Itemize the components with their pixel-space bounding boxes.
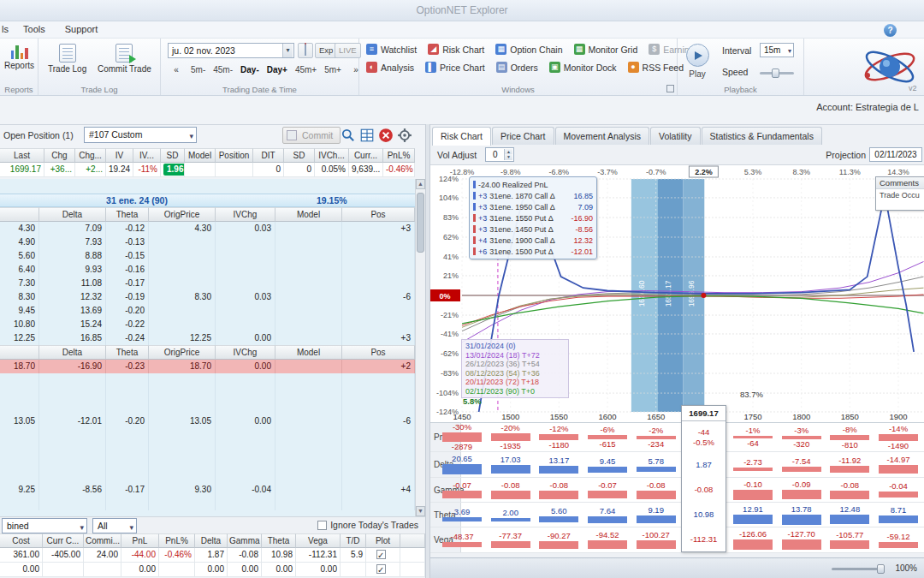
summary-col-ivch-10[interactable]: IVCh... — [315, 148, 349, 163]
option-row[interactable] — [0, 401, 415, 414]
summary-col-dit-8[interactable]: DIT — [253, 148, 284, 163]
trading-date-input[interactable]: ju. 02 nov. 2023 ▾ — [168, 43, 294, 58]
expiry-header[interactable]: 31 ene. 24 (90) 19.15% — [0, 194, 415, 207]
commit-button[interactable]: Commit — [282, 127, 341, 144]
time-nav-5m-1[interactable]: 5m- — [187, 63, 209, 77]
option-col-delta[interactable]: Delta — [39, 207, 106, 222]
close-position-icon[interactable] — [378, 128, 394, 143]
time-nav-day-3[interactable]: Day- — [237, 63, 263, 77]
scroll-down-icon[interactable]: ▼ — [416, 506, 425, 516]
summary-col-iv-3[interactable]: IV — [106, 148, 133, 163]
summary-col-curr-11[interactable]: Curr... — [349, 148, 383, 163]
totals-col-t-d[interactable]: T/D — [341, 533, 366, 548]
chart-legend[interactable]: 31/01/2024 (0)13/01/2024 (18) T+7226/12/… — [461, 339, 569, 398]
risk-chart[interactable]: 1624.601651.171699.96124%104%83%62%41%21… — [430, 165, 924, 422]
summary-table-row[interactable]: 1699.17+36...+2...19.24-11%1.96000.05%9,… — [0, 163, 415, 177]
scope-select[interactable]: All — [92, 518, 137, 533]
legend-item[interactable]: 31/01/2024 (0) — [465, 342, 565, 351]
legend-item[interactable]: 26/12/2023 (36) T+54 — [465, 360, 565, 369]
tab-price-chart[interactable]: Price Chart — [492, 127, 554, 145]
legend-item[interactable]: 20/11/2023 (72) T+18 — [465, 378, 565, 387]
tab-risk-chart[interactable]: Risk Chart — [432, 127, 491, 146]
summary-col-pnl-12[interactable]: PnL% — [383, 148, 415, 163]
play-button[interactable] — [686, 44, 709, 67]
summary-col-model-6[interactable]: Model — [185, 148, 216, 163]
option-row[interactable] — [0, 373, 415, 387]
comments-box[interactable]: Comments Trade Occu — [875, 176, 924, 211]
summary-col-position-7[interactable]: Position — [216, 148, 253, 163]
summary-col-sd-9[interactable]: SD — [284, 148, 315, 163]
menu-item-partial[interactable]: ls — [0, 21, 12, 38]
menu-item-support[interactable]: Support — [56, 21, 107, 38]
search-icon[interactable] — [341, 128, 356, 143]
option-col-origprice[interactable]: OrigPrice — [149, 345, 216, 360]
scrollbar-thumb[interactable] — [417, 193, 424, 253]
option-row[interactable]: 8.3012.32-0.198.300.03-6 — [0, 290, 415, 304]
totals-col-pnl[interactable]: PnL% — [159, 533, 195, 548]
speed-slider[interactable] — [760, 72, 794, 74]
totals-col-gamma[interactable]: Gamma — [228, 533, 262, 548]
windows-button-monitor-dock[interactable]: ▣Monitor Dock — [549, 62, 617, 73]
summary-col-chg-2[interactable]: Chg... — [75, 148, 106, 163]
option-row[interactable]: 9.25-8.56-0.179.30-0.04+4 — [0, 483, 415, 497]
windows-button-rss-feed[interactable]: ●RSS Feed — [628, 62, 684, 73]
interval-select[interactable]: 15m — [760, 43, 794, 57]
option-row[interactable]: 12.2516.85-0.2412.250.00+3 — [0, 331, 415, 345]
menu-item-tools[interactable]: Tools — [15, 21, 54, 38]
totals-col-commi[interactable]: Commi... — [84, 533, 121, 548]
trade-log-button[interactable]: Trade Log — [45, 42, 89, 75]
title-bar[interactable]: OptionNET Explorer — [0, 0, 924, 21]
tab-statistics-fundamentals[interactable]: Statistics & Fundamentals — [702, 127, 822, 145]
time-nav-45m-5[interactable]: 45m+ — [292, 63, 320, 77]
position-select[interactable]: #107 Custom — [84, 127, 197, 143]
totals-row[interactable]: 0.000.000.000.000.000.00 — [0, 563, 425, 577]
option-col-pos[interactable]: Pos — [342, 207, 415, 222]
summary-col-sd-5[interactable]: SD — [161, 148, 185, 163]
totals-row[interactable]: 361.00-405.0024.00-44.00-0.46%1.87-0.081… — [0, 548, 425, 563]
ignore-trades-control[interactable]: Ignore Today's Trades — [317, 520, 418, 530]
windows-button-option-chain[interactable]: ▦Option Chain — [495, 44, 562, 55]
windows-button-watchlist[interactable]: ≡Watchlist — [366, 44, 417, 55]
totals-col-cost[interactable]: Cost — [0, 533, 43, 548]
option-col-price[interactable] — [0, 345, 39, 360]
windows-button-monitor-grid[interactable]: ▦Monitor Grid — [574, 44, 638, 55]
option-row[interactable]: 5.608.88-0.15 — [0, 249, 415, 263]
time-nav-45m-2[interactable]: 45m- — [210, 63, 236, 77]
option-row[interactable]: 13.05-12.01-0.2013.050.00-6 — [0, 414, 415, 428]
windows-button-risk-chart[interactable]: ◢Risk Chart — [428, 44, 484, 55]
option-col-delta[interactable]: Delta — [39, 345, 106, 360]
windows-button-orders[interactable]: ▤Orders — [496, 62, 538, 73]
help-icon[interactable]: ? — [884, 24, 897, 37]
option-row[interactable]: 4.307.09-0.124.300.03+3 — [0, 222, 415, 235]
legend-item[interactable]: 08/12/2023 (54) T+36 — [465, 369, 565, 378]
option-col-origprice[interactable]: OrigPrice — [149, 207, 216, 222]
legend-item[interactable]: 02/11/2023 (90) T+0 — [465, 387, 565, 396]
tab-volatility[interactable]: Volatility — [650, 127, 701, 145]
projection-date-input[interactable]: 02/11/2023 — [869, 147, 922, 162]
legend-item[interactable]: 13/01/2024 (18) T+72 — [465, 351, 565, 361]
windows-button-analysis[interactable]: ◐Analysis — [366, 62, 414, 73]
option-col-model[interactable]: Model — [275, 207, 342, 222]
totals-col-theta[interactable]: Theta — [262, 533, 296, 548]
calendar-button[interactable] — [298, 43, 313, 58]
option-row[interactable]: 10.8015.24-0.22 — [0, 318, 415, 331]
ignore-trades-checkbox[interactable] — [317, 521, 327, 530]
option-row[interactable] — [0, 387, 415, 401]
time-nav-day-4[interactable]: Day+ — [264, 63, 291, 77]
option-row[interactable]: 18.70-16.90-0.2318.700.00+2 — [0, 360, 415, 373]
option-row[interactable] — [0, 497, 415, 510]
time-nav-item-0[interactable]: « — [166, 63, 187, 77]
summary-col-chg-1[interactable]: Chg — [44, 148, 75, 163]
plot-checkbox[interactable] — [376, 564, 386, 574]
summary-col-iv-4[interactable]: IV... — [133, 148, 161, 163]
spin-down-icon[interactable]: ▼ — [504, 154, 512, 160]
commit-trade-button[interactable]: Commit Trade — [95, 42, 154, 75]
speed-slider-thumb[interactable] — [772, 69, 779, 78]
strategy-select[interactable]: bined — [2, 518, 87, 533]
gear-icon[interactable] — [397, 128, 412, 143]
option-col-model[interactable]: Model — [275, 345, 342, 360]
option-row[interactable] — [0, 428, 415, 442]
plot-checkbox[interactable] — [376, 550, 386, 559]
option-row[interactable] — [0, 442, 415, 456]
zoom-slider[interactable] — [832, 568, 883, 570]
